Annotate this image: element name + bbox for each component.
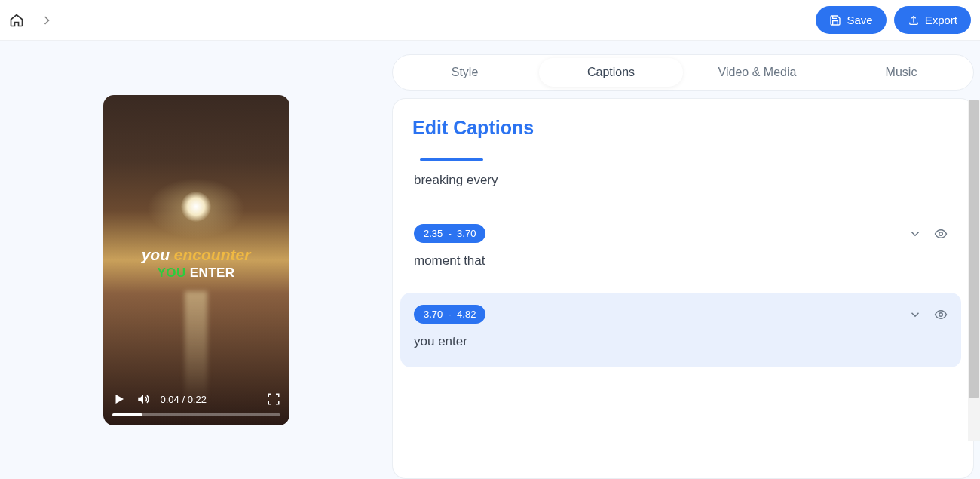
- tab-music[interactable]: Music: [829, 58, 973, 87]
- overlay-line-2b: ENTER: [190, 266, 235, 280]
- save-label: Save: [847, 14, 872, 26]
- save-icon: [829, 14, 841, 26]
- chevron-right-icon[interactable]: [39, 13, 54, 28]
- caption-text[interactable]: breaking every: [414, 173, 948, 188]
- caption-item[interactable]: breaking every: [400, 146, 961, 206]
- progress-fill: [112, 413, 142, 416]
- caption-head: 2.35 - 3.70: [414, 224, 948, 243]
- caption-head: x: [414, 385, 948, 404]
- captions-panel: Edit Captions breaking every 2.35 - 3.70: [392, 98, 974, 479]
- caption-underline: [420, 158, 483, 161]
- export-button[interactable]: Export: [894, 6, 971, 34]
- export-icon: [908, 14, 920, 26]
- time-badge[interactable]: 2.35 - 3.70: [414, 224, 485, 243]
- save-button[interactable]: Save: [816, 6, 886, 34]
- eye-icon[interactable]: [934, 227, 948, 241]
- caption-item[interactable]: 2.35 - 3.70 moment that: [400, 212, 961, 287]
- export-label: Export: [925, 14, 957, 26]
- home-icon[interactable]: [9, 13, 24, 28]
- caption-head: 3.70 - 4.82: [414, 305, 948, 324]
- main-area: you encounter YOU ENTER 0:04 / 0:22: [0, 41, 980, 479]
- overlay-line-1b: encounter: [174, 246, 251, 263]
- tab-captions[interactable]: Captions: [539, 58, 683, 87]
- eye-icon[interactable]: [934, 308, 948, 321]
- video-time: 0:04 / 0:22: [161, 394, 207, 405]
- svg-marker-1: [115, 395, 124, 404]
- overlay-line-1a: you: [142, 246, 174, 263]
- outer-scrollbar[interactable]: [968, 100, 980, 441]
- caption-list[interactable]: breaking every 2.35 - 3.70 moment that: [393, 146, 973, 478]
- progress-bar[interactable]: [112, 413, 280, 416]
- fullscreen-icon[interactable]: [267, 392, 280, 406]
- time-badge[interactable]: 3.70 - 4.82: [414, 305, 485, 324]
- video-controls: 0:04 / 0:22: [103, 385, 289, 425]
- play-icon[interactable]: [112, 392, 126, 406]
- overlay-line-2a: YOU: [158, 266, 190, 280]
- svg-point-2: [939, 232, 943, 235]
- caption-item-active[interactable]: 3.70 - 4.82 you enter: [400, 293, 961, 367]
- chevron-down-icon[interactable]: [908, 227, 922, 241]
- volume-icon[interactable]: [136, 392, 150, 406]
- caption-actions: [908, 227, 948, 241]
- overlay-line-1: you encounter: [103, 246, 289, 264]
- panel-title: Edit Captions: [393, 99, 973, 146]
- sun: [181, 192, 211, 222]
- caption-text[interactable]: moment that: [414, 253, 948, 269]
- caption-overlay: you encounter YOU ENTER: [103, 246, 289, 281]
- tab-video-media[interactable]: Video & Media: [685, 58, 829, 87]
- tab-style[interactable]: Style: [393, 58, 537, 87]
- overlay-line-2: YOU ENTER: [103, 266, 289, 281]
- video-controls-row: 0:04 / 0:22: [112, 392, 280, 406]
- outer-scroll-thumb[interactable]: [969, 100, 979, 398]
- header-right: Save Export: [816, 6, 971, 34]
- preview-column: you encounter YOU ENTER 0:04 / 0:22: [0, 41, 392, 479]
- caption-item[interactable]: x: [400, 373, 961, 450]
- svg-point-3: [939, 312, 943, 316]
- caption-actions: [908, 308, 948, 321]
- header-left: [9, 13, 54, 28]
- header-bar: Save Export: [0, 0, 980, 41]
- caption-text[interactable]: you enter: [414, 334, 948, 349]
- tab-bar: Style Captions Video & Media Music: [392, 54, 974, 91]
- chevron-down-icon[interactable]: [908, 308, 922, 321]
- right-column: Style Captions Video & Media Music Edit …: [392, 41, 980, 479]
- video-preview[interactable]: you encounter YOU ENTER 0:04 / 0:22: [103, 95, 289, 425]
